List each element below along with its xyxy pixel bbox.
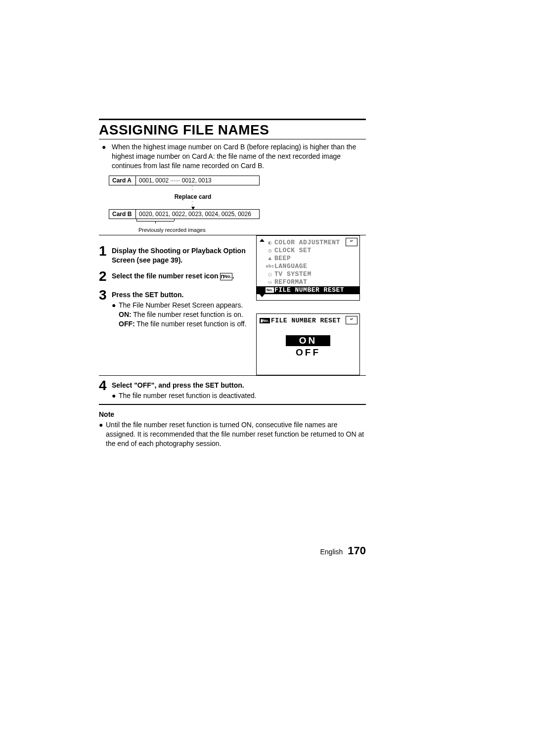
return-icon: ↩ xyxy=(346,238,357,246)
language-icon: abc xyxy=(266,264,274,269)
previously-recorded-label: Previously recorded images xyxy=(138,227,366,233)
option-menu-screen: ↩ ◐COLOR ADJUSTMENT ◷CLOCK SET ▲BEEP abc… xyxy=(256,235,360,301)
page-number: 170 xyxy=(348,544,366,557)
step-1-text: Display the Shooting or Playback Option … xyxy=(112,247,246,264)
menu-item-tv-system: ◯TV SYSTEM xyxy=(259,270,357,278)
step-4-bullet: The file number reset function is deacti… xyxy=(119,391,257,400)
menu-item-language: abcLANGUAGE xyxy=(259,263,357,270)
on-label: ON: xyxy=(119,311,132,318)
scroll-up-icon xyxy=(260,239,265,242)
page-footer: English 170 xyxy=(320,544,366,557)
step-4: 4 Select "OFF", and press the SET button… xyxy=(99,379,366,400)
card-icon: ▭ xyxy=(266,279,274,285)
tv-icon: ◯ xyxy=(266,271,274,277)
footer-language: English xyxy=(320,548,343,556)
step-number: 4 xyxy=(99,379,112,393)
dots-1: ·· xyxy=(109,185,277,191)
step-3: 3 Press the SET button. ● The File Numbe… xyxy=(99,288,247,329)
option-off: OFF xyxy=(286,347,330,358)
bracket-icon xyxy=(136,219,366,224)
menu-item-reformat: ▭REFORMAT xyxy=(259,278,357,286)
card-b-values: 0020, 0021, 0022, 0023, 0024, 0025, 0026 xyxy=(136,209,260,219)
step-2-text-b: . xyxy=(232,272,234,280)
note-section: Note ● Until the file number reset funct… xyxy=(99,410,366,448)
menu-item-clock-set: ◷CLOCK SET xyxy=(259,247,357,255)
step-number: 1 xyxy=(99,244,112,258)
rule-top xyxy=(99,119,366,120)
steps-column: 1 Display the Shooting or Playback Optio… xyxy=(99,244,247,375)
note-text: Until the file number reset function is … xyxy=(106,420,366,448)
step-1: 1 Display the Shooting or Playback Optio… xyxy=(99,244,247,265)
off-label: OFF: xyxy=(119,320,135,328)
file-number-reset-screen: ↩ ▮No.FILE NUMBER RESET ON OFF xyxy=(256,313,360,375)
step-number: 3 xyxy=(99,288,112,302)
intro-text: When the highest image number on Card B … xyxy=(112,142,366,171)
note-heading: Note xyxy=(99,410,366,419)
off-text: The file number reset function is off. xyxy=(136,320,246,328)
option-on: ON xyxy=(286,335,330,346)
step-number: 2 xyxy=(99,269,112,283)
file-number-icon: ▮No. xyxy=(260,318,270,323)
rule-after-step3 xyxy=(99,375,366,376)
bullet-dot: ● xyxy=(112,391,119,400)
option-group: ON OFF xyxy=(259,335,357,358)
step-3-title: Press the SET button. xyxy=(112,290,247,300)
file-number-icon: No. xyxy=(266,287,274,293)
manual-page: ASSIGNING FILE NAMES ● When the highest … xyxy=(99,119,366,448)
bell-icon: ▲ xyxy=(266,256,274,262)
step-4-title: Select "OFF", and press the SET button. xyxy=(112,381,366,390)
bullet-dot: ● xyxy=(112,301,119,310)
rule-under-title xyxy=(99,139,366,139)
card-a-values: 0001, 0002 ······ 0012, 0013 xyxy=(136,176,260,185)
step-4-block: 4 Select "OFF", and press the SET button… xyxy=(99,379,366,400)
card-diagram: Card A 0001, 0002 ······ 0012, 0013 ·· R… xyxy=(109,176,366,233)
bullet-dot: ● xyxy=(99,142,112,171)
card-b-row: Card B 0020, 0021, 0022, 0023, 0024, 002… xyxy=(109,209,366,219)
card-a-row: Card A 0001, 0002 ······ 0012, 0013 xyxy=(109,176,366,185)
clock-icon: ◷ xyxy=(266,247,274,254)
rule-before-note xyxy=(99,404,366,405)
replace-card-label: Replace card xyxy=(109,193,277,200)
screens-column: ↩ ◐COLOR ADJUSTMENT ◷CLOCK SET ▲BEEP abc… xyxy=(256,235,362,375)
step-2-text-a: Select the file number reset icon xyxy=(112,272,219,280)
on-text: The file number reset function is on. xyxy=(133,311,243,318)
step-3-off-line: OFF: The file number reset function is o… xyxy=(119,319,247,329)
intro-paragraph: ● When the highest image number on Card … xyxy=(99,142,366,171)
scroll-down-icon xyxy=(260,294,265,297)
page-title: ASSIGNING FILE NAMES xyxy=(99,122,366,138)
step-2: 2 Select the file number reset icon ▮No.… xyxy=(99,269,247,283)
return-icon: ↩ xyxy=(346,316,357,324)
step-3-bullet: The File Number Reset Screen appears. xyxy=(119,301,243,310)
card-b-label: Card B xyxy=(109,209,136,219)
menu-item-beep: ▲BEEP xyxy=(259,255,357,263)
bullet-dot: ● xyxy=(99,420,106,448)
card-a-label: Card A xyxy=(109,176,136,185)
file-number-icon: ▮No. xyxy=(220,273,232,280)
step-3-on-line: ON: The file number reset function is on… xyxy=(119,310,247,319)
palette-icon: ◐ xyxy=(266,239,274,246)
menu-item-color-adjustment: ◐COLOR ADJUSTMENT xyxy=(259,239,357,247)
menu-item-file-number-reset: No.FILE NUMBER RESET xyxy=(257,286,359,294)
screen2-header: ▮No.FILE NUMBER RESET xyxy=(259,317,357,324)
steps-and-screens: 1 Display the Shooting or Playback Optio… xyxy=(99,235,366,375)
